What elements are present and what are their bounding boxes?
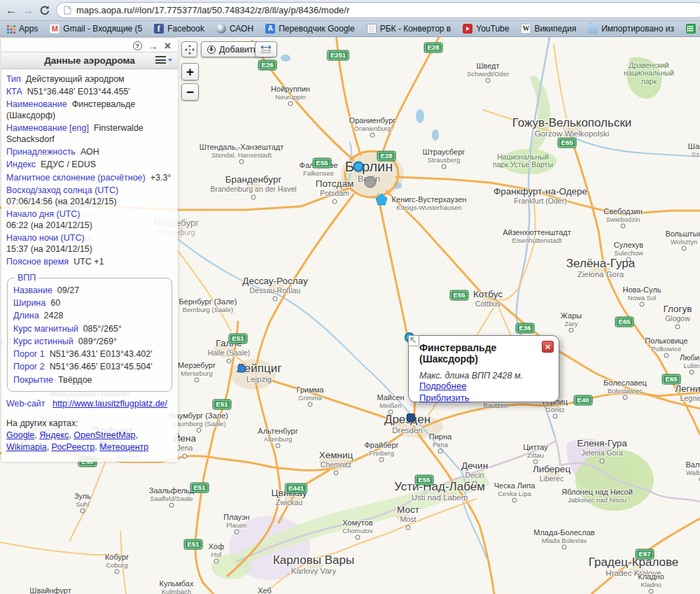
hamburger-menu-icon[interactable] [155,56,172,64]
bookmark-item[interactable]: Википедия [521,24,576,34]
city-name-en: Zittau [523,452,548,459]
collapse-arrow-icon[interactable] [148,41,158,51]
road-badge: E55 [450,290,469,301]
popup-link-приблизить[interactable]: Приблизить [419,393,552,404]
map-city-label: Еленя-ГураJelenia Gora [577,439,627,457]
bookmark-item[interactable]: Gmail - Входящие (5 [50,24,142,34]
city-name-en: Usti nad Labem [394,493,485,502]
city-name-en: Walbrzych [685,469,700,476]
field-value: 06:22 (на 2014/12/15) [6,220,92,230]
collapse-arrow-icon[interactable] [408,335,419,346]
city-name-ru: Берлин [345,160,393,175]
bookmark-item[interactable]: OP [686,24,700,34]
city-dot [197,428,202,433]
city-dot [406,525,411,530]
other-map-link-яндекс[interactable]: Яндекс [39,430,69,440]
field-row: ИндексЕДУС / EDUS [6,160,173,171]
bookmark-item[interactable]: САОН [216,24,253,34]
city-dot [472,481,477,486]
airport-marker[interactable] [354,162,364,172]
other-maps-label: На других картах: [6,418,173,430]
map-city-label: Национальный парк Устье Варты [493,153,553,169]
bookmark-item[interactable]: Apps [6,24,38,34]
back-arrow-icon[interactable]: ← [6,5,17,16]
city-dot [623,395,628,400]
road-badge: E55 [313,158,332,169]
map-city-label: ПольковицеPolkowice [645,337,687,353]
map-city-label: Млада-БолеславMlada Boleslav [533,529,594,544]
city-name-ru: Мост [397,505,419,516]
bookmark-item[interactable]: Переводчик Google [265,24,355,34]
city-marker[interactable] [365,176,377,188]
other-map-link-wikimapia[interactable]: Wikimapia [6,442,47,452]
city-dot [251,195,256,200]
city-name-en: Decin [461,472,488,479]
field-row: Порог 1N51°36.431' E013°43.402' [13,349,166,360]
field-row: КТАN51°36.448' E013°44.455' [6,87,173,98]
other-map-link-росреестр[interactable]: РосРеестр [52,442,95,452]
field-value: Твёрдое [58,375,92,385]
zoom-out-button[interactable]: − [181,83,199,101]
folder-icon [588,24,598,34]
help-icon[interactable] [133,41,142,50]
caret-down-icon [168,59,172,62]
url-bar[interactable]: maps.aopa.ru/#lon/17.775377/lat/50.74834… [56,2,700,18]
road-badge: E65 [615,317,634,327]
road-badge: E55 [415,475,434,486]
field-label: Покрытие [13,375,53,385]
other-maps-links: Google, Яндекс, OpenStreetMap, Wikimapia… [6,430,148,452]
measure-button[interactable] [255,41,277,57]
city-dot [234,530,239,535]
bookmark-item[interactable]: Facebook [154,24,204,34]
map-city-label: АльтенбургAltenburg [258,427,298,443]
bookmark-item[interactable]: РБК - Конвертор в [367,24,451,34]
field-value: 07:06/14:56 (на 2014/12/15) [6,197,117,206]
city-dot [626,257,631,262]
other-map-link-метеоцентр[interactable]: Метеоцентр [99,442,148,452]
field-label: Поясное время [6,257,69,267]
field-label: Индекс [6,160,36,169]
field-value: ЕДУС / EDUS [41,160,96,169]
bookmark-item[interactable]: Импортировано из [588,24,674,34]
map-canvas[interactable]: БерлинBerlinПотсдамPotsdamБранденбургBra… [0,37,700,594]
reload-icon[interactable] [39,5,50,16]
city-name-en: Falkensee [300,170,338,177]
city-dot [553,414,558,419]
forward-arrow-icon[interactable]: → [22,5,34,16]
map-city-label: Нова-СульNowa Sol [623,286,662,302]
map-city-label: СвебодзинSwiebodzin [603,208,643,223]
city-dot [682,246,687,251]
website-link[interactable]: http://www.lausitzflugplatz.de/ [52,399,167,409]
airport-marker[interactable] [238,365,246,373]
close-icon[interactable] [542,341,554,353]
city-name-ru: Хемниц [319,451,354,461]
road-badge: E28 [424,43,443,53]
field-row: Длина2428 [13,311,166,322]
zoom-in-button[interactable]: + [181,63,199,80]
city-name-ru: Котбус [473,290,503,300]
pan-arrows-icon [185,45,195,55]
other-map-link-google[interactable]: Google [6,430,34,440]
map-city-label: ХемницChemnitz [319,451,354,469]
city-dot [370,133,375,138]
airport-data-panel: Данные аэродрома ТипДействующий аэродром… [1,38,178,462]
city-name-ru: Дечин [461,461,488,472]
popup-link-подробнее[interactable]: Подробнее [419,381,552,393]
other-map-link-openstreetmap[interactable]: OpenStreetMap [74,430,135,440]
pan-button[interactable] [181,41,197,57]
field-row: Начало дня (UTC)06:22 (на 2014/12/15) [6,209,173,232]
airport-marker[interactable] [407,413,415,422]
road-badge: E67 [636,549,654,560]
browser-toolbar: ← → maps.aopa.ru/#lon/17.775377/lat/50.7… [0,0,700,21]
close-icon[interactable] [164,41,171,52]
bookmark-item[interactable]: YouTube [463,24,509,34]
field-row: Восход/заход солнца (UTC)07:06/14:56 (на… [6,185,173,208]
city-name-en: Jablonec nad Nisou [561,497,633,504]
map-city-label: БранденбургBrandenburg an der Havel [210,175,296,193]
field-value: +3.3° [150,173,172,183]
city-name-en: Cottbus [473,300,503,308]
airport-marker[interactable] [376,194,388,206]
city-dot [239,160,244,164]
city-name-en: Brandenburg an der Havel [210,185,296,193]
bookmark-label: Википедия [534,24,576,34]
